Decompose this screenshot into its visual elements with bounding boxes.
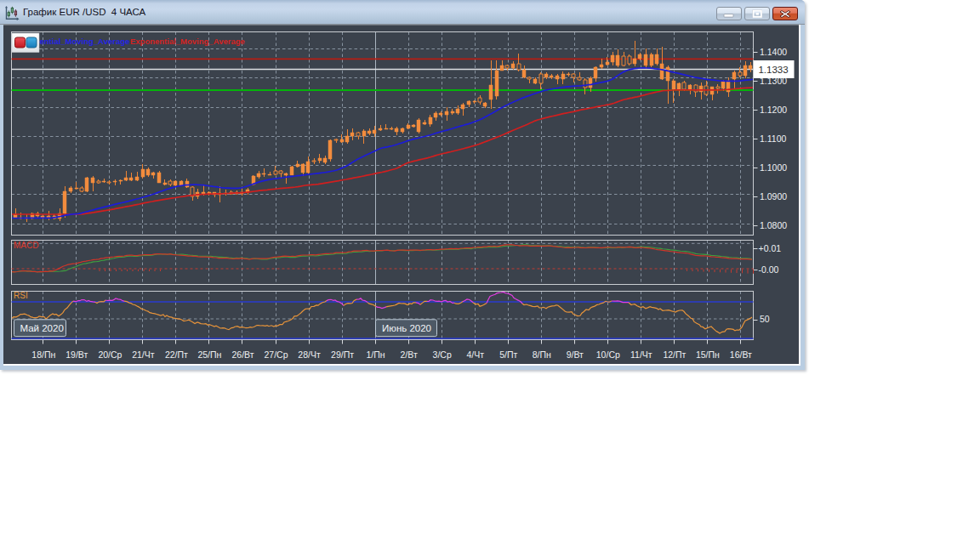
svg-text:4/Чт: 4/Чт [466, 349, 484, 360]
svg-text:8/Пн: 8/Пн [533, 349, 551, 360]
svg-text:-0.00: -0.00 [759, 264, 779, 275]
svg-text:21/Чт: 21/Чт [132, 349, 155, 360]
svg-text:Июнь 2020: Июнь 2020 [382, 323, 431, 333]
svg-text:1/Пн: 1/Пн [367, 349, 385, 360]
svg-text:1.1100: 1.1100 [760, 133, 786, 144]
svg-text:10/Ср: 10/Ср [596, 349, 620, 360]
svg-text:15/Пн: 15/Пн [696, 349, 720, 360]
svg-text:29/Пт: 29/Пт [331, 349, 354, 360]
svg-text:+0.01: +0.01 [759, 243, 782, 253]
svg-text:9/Вт: 9/Вт [567, 349, 584, 360]
svg-text:11/Чт: 11/Чт [630, 349, 652, 360]
svg-text:Exponential_Moving_Average: Exponential_Moving_Average [130, 37, 245, 46]
svg-text:2/Вт: 2/Вт [400, 349, 417, 360]
svg-text:19/Вт: 19/Вт [66, 349, 88, 360]
svg-text:26/Вт: 26/Вт [231, 349, 254, 360]
svg-text:3/Ср: 3/Ср [433, 349, 452, 360]
svg-text:1.1400: 1.1400 [760, 47, 787, 57]
svg-text:50: 50 [760, 314, 770, 324]
svg-text:1.1000: 1.1000 [760, 162, 787, 173]
svg-text:27/Ср: 27/Ср [264, 349, 288, 360]
svg-text:MACD: MACD [14, 241, 38, 250]
svg-text:12/Пт: 12/Пт [663, 349, 686, 360]
svg-text:Май 2020: Май 2020 [20, 323, 64, 333]
svg-text:1.1200: 1.1200 [760, 105, 787, 115]
svg-text:16/Вт: 16/Вт [730, 349, 752, 360]
svg-text:ential_Moving_Average: ential_Moving_Average [40, 37, 130, 46]
svg-text:1.0900: 1.0900 [760, 191, 787, 202]
svg-text:20/Ср: 20/Ср [98, 349, 122, 360]
svg-text:5/Пт: 5/Пт [499, 349, 517, 360]
svg-text:22/Пт: 22/Пт [165, 349, 188, 360]
svg-text:1.0800: 1.0800 [760, 220, 787, 230]
svg-text:18/Пн: 18/Пн [31, 349, 55, 360]
svg-text:28/Чт: 28/Чт [298, 349, 321, 360]
svg-text:25/Пн: 25/Пн [197, 349, 221, 360]
svg-text:1.1333: 1.1333 [758, 65, 788, 75]
svg-text:RSI: RSI [14, 291, 28, 300]
